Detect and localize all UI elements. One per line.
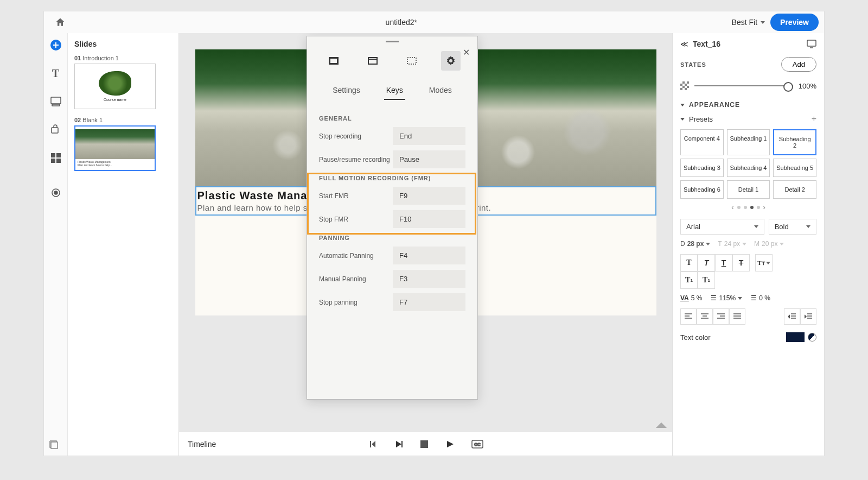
- preset-item[interactable]: Detail 2: [773, 180, 816, 199]
- align-justify-button[interactable]: [729, 308, 745, 325]
- timeline-bar: Timeline CC: [179, 432, 672, 456]
- align-center-button[interactable]: [697, 308, 713, 325]
- custom-area-icon[interactable]: [402, 51, 422, 71]
- play-forward-button[interactable]: [445, 440, 454, 449]
- drag-handle[interactable]: [386, 41, 399, 42]
- close-button[interactable]: ✕: [463, 47, 470, 58]
- preset-item[interactable]: Subheading 1: [727, 129, 770, 155]
- italic-button[interactable]: T: [698, 254, 715, 271]
- play-button[interactable]: [394, 440, 403, 449]
- cc-button[interactable]: CC: [471, 440, 483, 449]
- key-input[interactable]: [393, 210, 465, 228]
- align-right-button[interactable]: [713, 308, 729, 325]
- svg-rect-18: [407, 58, 416, 64]
- preset-item-selected[interactable]: Subheading 2: [773, 129, 816, 155]
- outdent-button[interactable]: [784, 308, 800, 325]
- key-row: Pause/resume recording: [319, 150, 465, 168]
- window-icon[interactable]: [363, 51, 382, 71]
- strikethrough-button[interactable]: T: [732, 254, 750, 271]
- group-title: PANNING: [319, 235, 465, 241]
- document-title: untitled2*: [71, 18, 732, 27]
- slide-thumbnail[interactable]: Course name: [74, 64, 156, 109]
- timeline-expand[interactable]: [656, 422, 667, 428]
- case-button[interactable]: Tᴛ: [755, 254, 773, 271]
- key-input[interactable]: [393, 150, 465, 168]
- key-input[interactable]: [393, 187, 465, 205]
- pager-prev[interactable]: ‹: [731, 203, 733, 211]
- stop-button[interactable]: [420, 440, 428, 448]
- font-weight-select[interactable]: Bold: [769, 219, 816, 235]
- display-icon[interactable]: [807, 40, 816, 48]
- pager-next[interactable]: ›: [763, 203, 765, 211]
- group-title: GENERAL: [319, 115, 465, 122]
- chevron-down-icon: [806, 225, 810, 228]
- media-tool[interactable]: [48, 94, 63, 109]
- screen-area-icon[interactable]: [324, 51, 343, 71]
- align-left-button[interactable]: [680, 308, 697, 325]
- key-input[interactable]: [393, 127, 465, 145]
- home-button[interactable]: [49, 11, 71, 33]
- key-row: Manual Panning: [319, 270, 465, 288]
- slide-item[interactable]: 02 Blank 1 Plastic Waste ManagementPlan …: [74, 117, 172, 171]
- text-color-swatch[interactable]: [786, 332, 805, 342]
- step-back-button[interactable]: [368, 440, 377, 449]
- key-label: Manual Panning: [319, 275, 366, 283]
- pager-dot[interactable]: [737, 206, 741, 209]
- pager-dot[interactable]: [750, 206, 754, 209]
- preset-item[interactable]: Detail 1: [727, 180, 770, 199]
- collapse-icon[interactable]: ≪: [680, 40, 688, 48]
- tablet-size[interactable]: T 24 px: [718, 240, 746, 248]
- slide-label: 01 Introduction 1: [74, 55, 172, 61]
- svg-rect-1: [51, 97, 61, 104]
- opacity-slider[interactable]: [694, 85, 793, 86]
- tab-settings[interactable]: Settings: [330, 81, 362, 100]
- preset-item[interactable]: Subheading 5: [773, 159, 816, 177]
- key-input[interactable]: [393, 293, 465, 311]
- tab-keys[interactable]: Keys: [384, 81, 405, 100]
- tab-modes[interactable]: Modes: [427, 81, 454, 100]
- svg-rect-3: [52, 128, 58, 133]
- svg-rect-7: [56, 159, 61, 163]
- section-header[interactable]: APPEARANCE: [680, 101, 816, 109]
- underline-button[interactable]: T: [715, 254, 732, 271]
- recording-settings-modal: ✕ Settings Keys Modes GENERAL Stop recor…: [307, 36, 478, 400]
- paragraph-spacing[interactable]: ☰ 0 %: [751, 294, 770, 302]
- preview-button[interactable]: Preview: [770, 14, 819, 31]
- gradient-icon[interactable]: [808, 333, 816, 342]
- preset-item[interactable]: Subheading 4: [727, 159, 770, 177]
- subscript-button[interactable]: T1: [698, 271, 715, 289]
- interaction-tool[interactable]: [48, 122, 63, 137]
- slide-item[interactable]: 01 Introduction 1 Course name: [74, 55, 172, 109]
- zoom-select[interactable]: Best Fit: [732, 18, 765, 27]
- line-height[interactable]: ☰ 115%: [711, 294, 742, 302]
- slide-thumbnail-selected[interactable]: Plastic Waste ManagementPlan and learn h…: [74, 125, 156, 171]
- add-state-button[interactable]: Add: [781, 57, 816, 72]
- preset-item[interactable]: Component 4: [680, 129, 724, 155]
- add-tool[interactable]: [48, 37, 63, 53]
- key-row: Automatic Panning: [319, 247, 465, 264]
- add-preset-button[interactable]: +: [812, 114, 816, 124]
- record-tool[interactable]: [48, 185, 63, 200]
- desktop-size[interactable]: D 28 px: [680, 240, 710, 248]
- superscript-button[interactable]: T1: [680, 271, 698, 289]
- svg-rect-6: [51, 159, 55, 163]
- tool-rail: T: [44, 33, 68, 456]
- pager-dot[interactable]: [744, 206, 747, 209]
- font-family-select[interactable]: Arial: [680, 219, 764, 235]
- bold-button[interactable]: T: [680, 254, 698, 271]
- key-label: Pause/resume recording: [319, 156, 390, 163]
- letter-spacing[interactable]: VA 5 %: [680, 294, 702, 302]
- slides-panel: Slides 01 Introduction 1 Course name 02 …: [68, 33, 179, 456]
- settings-icon[interactable]: [441, 51, 461, 71]
- mobile-size[interactable]: M 20 px: [754, 240, 784, 248]
- preset-item[interactable]: Subheading 6: [680, 180, 724, 199]
- library-tool[interactable]: [49, 440, 59, 450]
- preset-item[interactable]: Subheading 3: [680, 159, 724, 177]
- key-input[interactable]: [393, 247, 465, 264]
- text-tool[interactable]: T: [48, 66, 63, 81]
- indent-button[interactable]: [800, 308, 816, 325]
- pager-dot[interactable]: [757, 206, 760, 209]
- key-row: Start FMR: [319, 187, 465, 205]
- widgets-tool[interactable]: [48, 150, 63, 166]
- key-input[interactable]: [393, 270, 465, 288]
